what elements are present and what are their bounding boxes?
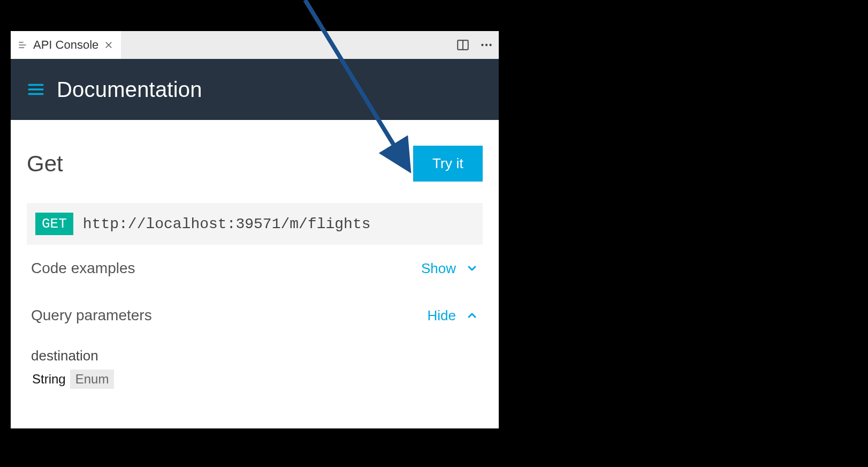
try-it-button[interactable]: Try it — [413, 146, 483, 182]
section-query-parameters[interactable]: Query parameters Hide — [27, 292, 483, 339]
toggle-text: Show — [421, 260, 456, 277]
tab-bar-actions — [456, 31, 493, 59]
tab-title: API Console — [33, 38, 98, 52]
endpoint-box: GET http://localhost:39571/m/flights — [27, 203, 483, 245]
hamburger-icon[interactable] — [27, 80, 45, 99]
doc-header: Documentation — [11, 59, 499, 120]
section-toggle-show[interactable]: Show — [421, 260, 478, 277]
param-types: String Enum — [31, 370, 478, 389]
api-console-panel: API Console — [11, 31, 499, 428]
chevron-up-icon — [466, 309, 478, 322]
param-type-primary: String — [31, 370, 67, 389]
endpoint-url: http://localhost:39571/m/flights — [83, 216, 371, 232]
svg-point-8 — [485, 44, 488, 46]
chevron-down-icon — [466, 262, 478, 275]
page-title: Documentation — [57, 78, 202, 102]
param-name: destination — [31, 348, 478, 364]
section-label: Query parameters — [31, 307, 152, 324]
param-type-secondary: Enum — [70, 370, 115, 389]
method-badge: GET — [35, 213, 73, 235]
endpoint-title: Get — [27, 151, 63, 177]
param-block: destination String Enum — [27, 339, 483, 389]
tab-api-console[interactable]: API Console — [11, 31, 121, 59]
document-icon — [17, 40, 28, 50]
more-icon[interactable] — [479, 38, 493, 52]
endpoint-title-row: Get Try it — [27, 120, 483, 203]
svg-point-7 — [481, 44, 483, 46]
split-editor-icon[interactable] — [456, 38, 470, 52]
close-icon[interactable] — [104, 40, 113, 50]
section-label: Code examples — [31, 260, 135, 277]
tab-bar: API Console — [11, 31, 499, 59]
content-area: Get Try it GET http://localhost:39571/m/… — [11, 120, 499, 428]
svg-point-9 — [489, 44, 491, 46]
section-toggle-hide[interactable]: Hide — [428, 307, 478, 324]
section-code-examples[interactable]: Code examples Show — [27, 245, 483, 292]
toggle-text: Hide — [428, 307, 456, 324]
